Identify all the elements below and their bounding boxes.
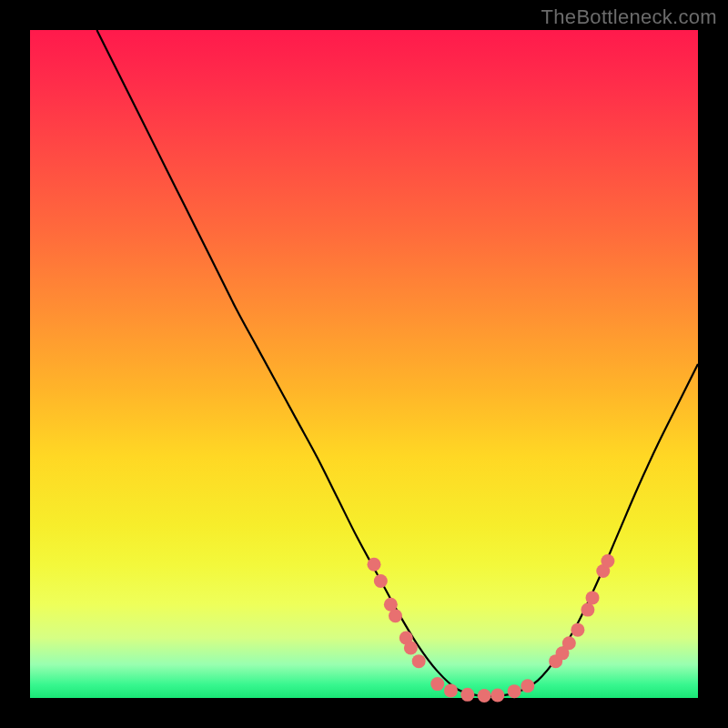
marker-dot [444, 683, 458, 697]
watermark-text: TheBottleneck.com [541, 5, 717, 29]
marker-dot [389, 609, 402, 622]
marker-dot [374, 574, 388, 588]
marker-dot [601, 554, 614, 568]
marker-dot [490, 689, 504, 703]
marker-dot [368, 558, 381, 571]
marker-dot [581, 603, 594, 617]
marker-dot [404, 641, 418, 654]
marker-dot [521, 679, 534, 693]
marker-dot [412, 654, 426, 668]
marker-dot [586, 591, 600, 604]
marker-dot [478, 689, 491, 703]
marker-dot [562, 636, 576, 650]
chart-svg [30, 30, 698, 698]
marker-dot [430, 677, 444, 691]
marker-dot [460, 688, 474, 702]
chart-frame: TheBottleneck.com [0, 0, 728, 728]
bottleneck-curve [96, 30, 698, 696]
marker-dot [571, 623, 584, 637]
plot-area [30, 30, 698, 698]
marker-dot [508, 684, 521, 698]
marker-dots [368, 554, 615, 703]
